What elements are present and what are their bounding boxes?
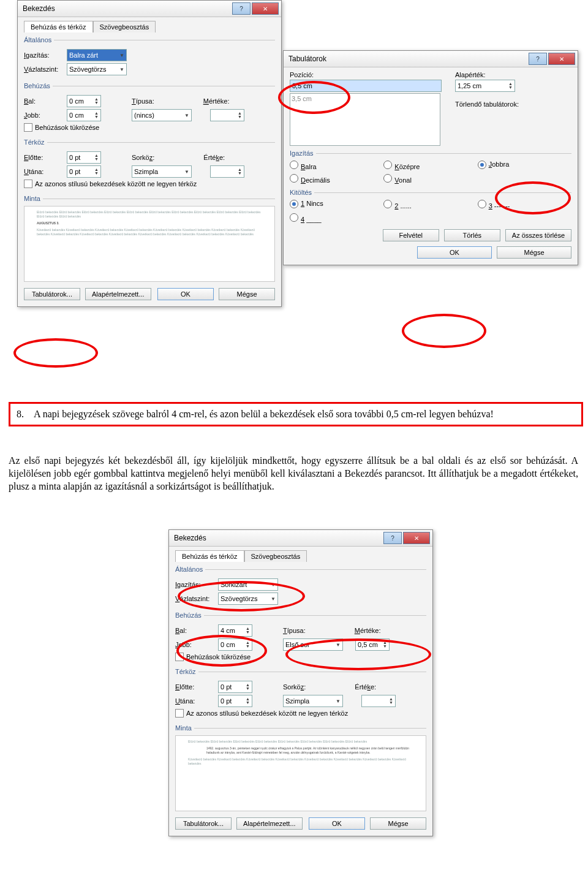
label-by: Mértéke: — [355, 627, 381, 634]
cancel-button[interactable]: Mégse — [497, 246, 571, 259]
group-indent: Behúzás — [24, 82, 53, 89]
outline-combo[interactable]: Szövegtörzs▼ — [67, 63, 127, 75]
tab-indent-spacing[interactable]: Behúzás és térköz — [24, 21, 93, 32]
before-spin[interactable]: 0 pt▲▼ — [67, 151, 101, 164]
label-clear: Törlendő tabulátorok: — [455, 100, 571, 108]
cancel-button[interactable]: Mégse — [370, 817, 426, 830]
group-indent: Behúzás — [175, 612, 204, 619]
dialog-title: Bekezdés — [172, 534, 382, 542]
group-spacing: Térköz — [175, 668, 198, 675]
at-spin[interactable]: ▲▼ — [361, 695, 396, 707]
position-listbox[interactable]: 3,5 cm — [290, 93, 440, 146]
label-special: Típusa: — [132, 97, 154, 105]
label-alignment: IIgazítás:gazítás: — [24, 51, 67, 59]
label-mirror: Behúzások tükrözése — [35, 124, 99, 131]
leader-1-radio[interactable]: 1 Nincs — [290, 200, 383, 210]
close-icon[interactable]: ✕ — [548, 53, 575, 65]
clear-button[interactable]: Törlés — [444, 229, 500, 241]
leader-2-radio[interactable]: 2 ...... — [383, 200, 477, 210]
close-icon[interactable]: ✕ — [403, 532, 430, 544]
special-combo[interactable]: (nincs)▼ — [132, 109, 192, 121]
label-default: Alapérték: — [455, 71, 571, 78]
linespace-combo[interactable]: Szimpla▼ — [132, 165, 192, 178]
step-8-box: 8. A napi bejegyzések szövege balról 4 c… — [9, 402, 583, 426]
label-position: Pozíció: — [290, 71, 443, 78]
alignment-combo[interactable]: Balra zárt▼ — [67, 49, 127, 61]
at-spin[interactable]: ▲▼ — [210, 165, 244, 178]
left-indent-spin[interactable]: 0 cm▲▼ — [67, 95, 101, 107]
tabs-button[interactable]: Tabulátorok... — [24, 288, 80, 300]
align-center-radio[interactable]: Középre — [383, 161, 477, 170]
label-before: Előtte: — [24, 154, 67, 161]
align-decimal-radio[interactable]: Decimális — [290, 174, 383, 184]
chevron-down-icon: ▼ — [119, 53, 124, 58]
tab-indent-spacing[interactable]: Behúzás és térköz — [175, 550, 244, 562]
label-left: Bal: — [175, 627, 218, 634]
highlight-tabs-button — [13, 338, 98, 368]
alignment-combo[interactable]: Sorkizárt▼ — [218, 578, 278, 591]
close-icon[interactable]: ✕ — [252, 2, 279, 15]
set-button[interactable]: Felvétel — [383, 229, 439, 241]
preview-box: Előző bekezdés Előző bekezdés Előző beke… — [24, 206, 275, 282]
group-general: Általános — [175, 566, 205, 573]
special-combo[interactable]: Első sor▼ — [283, 638, 343, 651]
linespace-combo[interactable]: Szimpla▼ — [283, 695, 343, 707]
label-at: Értéke: — [355, 683, 376, 691]
nospace-checkbox[interactable] — [175, 709, 184, 718]
help-icon[interactable]: ? — [529, 53, 547, 65]
dialog-title: Bekezdés — [20, 4, 231, 13]
clearall-button[interactable]: Az összes törlése — [505, 229, 571, 241]
mirror-indents-checkbox[interactable] — [175, 653, 184, 661]
chevron-down-icon: ▼ — [119, 67, 124, 72]
step-text: A napi bejegyzések szövege balról 4 cm-r… — [34, 409, 575, 420]
position-input[interactable]: 3,5 cm — [290, 80, 442, 92]
ok-button[interactable]: OK — [157, 288, 214, 300]
mirror-indents-checkbox[interactable] — [24, 123, 32, 132]
tab-line-breaks[interactable]: Szövegbeosztás — [93, 21, 156, 32]
group-spacing: Térköz — [24, 138, 47, 146]
default-button[interactable]: Alapértelmezett... — [85, 288, 151, 300]
after-spin[interactable]: 0 pt▲▼ — [218, 695, 252, 707]
label-nospace: Az azonos stílusú bekezdések között ne l… — [35, 180, 197, 188]
leader-4-radio[interactable]: 4 ____ — [290, 213, 383, 223]
group-general: Általános — [24, 36, 54, 44]
left-indent-spin[interactable]: 4 cm▲▼ — [218, 624, 252, 637]
align-left-radio[interactable]: Balra — [290, 161, 383, 170]
label-by: Mértéke: — [203, 97, 230, 105]
titlebar: Tabulátorok ? ✕ — [284, 51, 578, 67]
by-spin[interactable]: 0,5 cm▲▼ — [355, 638, 390, 651]
label-before: Előtte: — [175, 683, 218, 691]
help-icon[interactable]: ? — [383, 532, 402, 544]
label-alignment: Igazítás: — [175, 581, 218, 588]
right-indent-spin[interactable]: 0 cm▲▼ — [67, 109, 101, 121]
label-after: Utána: — [24, 168, 67, 175]
after-spin[interactable]: 0 pt▲▼ — [67, 165, 101, 178]
nospace-checkbox[interactable] — [24, 180, 32, 188]
leader-3-radio[interactable]: 3 ------- — [478, 200, 571, 210]
titlebar: Bekezdés ? ✕ — [18, 1, 281, 17]
default-tab-spin[interactable]: 1,25 cm▲▼ — [455, 80, 515, 92]
ok-button[interactable]: OK — [309, 817, 365, 830]
tab-line-breaks[interactable]: Szövegbeosztás — [244, 550, 307, 562]
label-right: Jobb: — [175, 641, 218, 648]
group-alignment: Igazítás — [290, 150, 316, 157]
align-bar-radio[interactable]: Vonal — [383, 174, 477, 184]
help-icon[interactable]: ? — [232, 2, 251, 15]
by-spin[interactable]: ▲▼ — [210, 109, 244, 121]
label-nospace: Az azonos stílusú bekezdések között ne l… — [186, 710, 348, 717]
default-button[interactable]: Alapértelmezett... — [236, 817, 303, 830]
before-spin[interactable]: 0 pt▲▼ — [218, 681, 252, 693]
label-linespace: Sorköz: — [132, 154, 154, 161]
paragraph-dialog-2: Bekezdés ? ✕ Behúzás és térköz Szövegbeo… — [168, 529, 433, 836]
tabs-button[interactable]: Tabulátorok... — [175, 817, 232, 830]
label-left: Bal: — [24, 97, 67, 105]
paragraph-dialog-1: Bekezdés ? ✕ Behúzás és térköz Szövegbeo… — [17, 0, 282, 307]
ok-button[interactable]: OK — [417, 246, 492, 259]
cancel-button[interactable]: Mégse — [219, 288, 275, 300]
right-indent-spin[interactable]: 0 cm▲▼ — [218, 638, 252, 651]
label-right: Jobb: — [24, 112, 67, 119]
dialog-title: Tabulátorok — [286, 55, 527, 63]
outline-combo[interactable]: Szövegtörzs▼ — [218, 593, 278, 605]
align-right-radio[interactable]: Jobbra — [478, 161, 571, 170]
label-outline: Vázlatszint: — [175, 595, 218, 602]
